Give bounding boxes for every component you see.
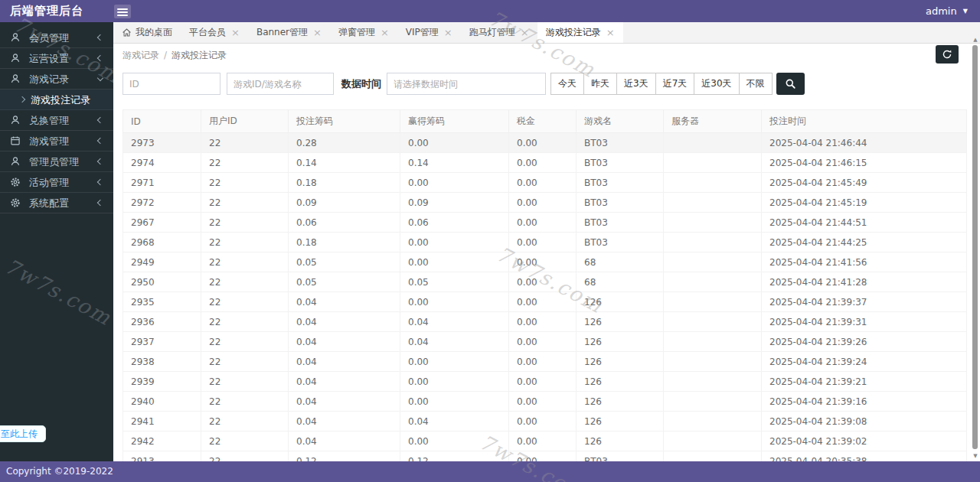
user-icon: [9, 155, 21, 168]
table-cell: 126: [577, 332, 664, 352]
refresh-button[interactable]: [936, 45, 959, 64]
table-cell: 0.00: [400, 392, 509, 412]
sidebar-item-6[interactable]: 活动管理: [0, 172, 113, 193]
table-cell: 0.00: [400, 372, 509, 392]
table-row[interactable]: 2942220.040.000.001262025-04-04 21:39:02: [123, 432, 967, 451]
tab-2[interactable]: Banner管理×: [248, 22, 330, 43]
bet-records-table: ID用户ID投注筹码赢得筹码税金游戏名服务器投注时间2973220.280.00…: [122, 109, 967, 461]
footer: Copyright ©2019-2022: [0, 461, 980, 482]
game-filter-input[interactable]: [227, 73, 334, 95]
scrollbar-thumb[interactable]: [972, 45, 978, 449]
scroll-up-icon[interactable]: ▲: [972, 37, 979, 43]
table-cell: 22: [201, 432, 289, 451]
table-cell: 68: [577, 272, 664, 292]
table-cell: 0.28: [289, 133, 400, 153]
caret-down-icon: ▼: [963, 8, 968, 15]
table-row[interactable]: 2913220.120.120.00BT032025-04-04 20:35:3…: [123, 451, 967, 462]
chevron-left-icon: [97, 34, 103, 41]
table-cell: 0.04: [400, 312, 509, 332]
table-cell: 126: [577, 352, 664, 372]
user-menu[interactable]: admin ▼: [926, 0, 968, 22]
user-icon: [9, 31, 21, 44]
sidebar-item-2[interactable]: 游戏记录: [0, 69, 113, 90]
sidebar-item-3[interactable]: 兑换管理: [0, 110, 113, 131]
tab-0[interactable]: 我的桌面: [113, 22, 181, 43]
sidebar-item-7[interactable]: 系统配置: [0, 193, 113, 213]
table-cell: [664, 233, 762, 252]
table-cell: 0.00: [509, 193, 577, 213]
table-row[interactable]: 2974220.140.140.00BT032025-04-04 21:46:1…: [123, 153, 967, 173]
table-cell: 22: [201, 173, 289, 193]
close-icon[interactable]: ×: [313, 28, 322, 37]
table-cell: 0.06: [400, 213, 509, 233]
tab-label: 平台会员: [189, 26, 226, 39]
table-row[interactable]: 2973220.280.000.00BT032025-04-04 21:46:4…: [123, 133, 967, 153]
sidebar-item-label: 游戏记录: [29, 69, 98, 90]
upload-drop-button[interactable]: 至此上传: [0, 425, 46, 442]
range-button-1[interactable]: 昨天: [583, 73, 617, 95]
close-icon[interactable]: ×: [231, 28, 240, 37]
table-row[interactable]: 2940220.040.000.001262025-04-04 21:39:16: [123, 392, 967, 412]
table-cell: 2025-04-04 21:39:24: [762, 352, 967, 372]
tab-3[interactable]: 弹窗管理×: [330, 22, 397, 43]
table-cell: 2949: [123, 252, 201, 272]
tab-1[interactable]: 平台会员×: [181, 22, 248, 43]
table-row[interactable]: 2936220.040.040.001262025-04-04 21:39:31: [123, 312, 967, 332]
table-row[interactable]: 2949220.050.000.00682025-04-04 21:41:56: [123, 252, 967, 272]
sidebar-subitem-2-0[interactable]: 游戏投注记录: [0, 90, 113, 110]
table-cell: [664, 213, 762, 233]
table-row[interactable]: 2937220.040.040.001262025-04-04 21:39:26: [123, 332, 967, 352]
table-row[interactable]: 2968220.180.000.00BT032025-04-04 21:44:2…: [123, 233, 967, 252]
range-button-0[interactable]: 今天: [550, 73, 584, 95]
table-row[interactable]: 2971220.180.000.00BT032025-04-04 21:45:4…: [123, 173, 967, 193]
table-row[interactable]: 2938220.040.000.001262025-04-04 21:39:24: [123, 352, 967, 372]
close-icon[interactable]: ×: [381, 28, 389, 37]
table-cell: 0.00: [509, 272, 577, 292]
table-cell: [664, 352, 762, 372]
range-button-3[interactable]: 近7天: [655, 73, 695, 95]
id-filter-input[interactable]: [122, 73, 220, 95]
table-cell: 0.00: [400, 292, 509, 312]
table-row[interactable]: 2972220.090.090.00BT032025-04-04 21:45:1…: [123, 193, 967, 213]
close-icon[interactable]: ×: [606, 28, 615, 37]
range-button-4[interactable]: 近30天: [694, 73, 739, 95]
range-button-2[interactable]: 近3天: [616, 73, 656, 95]
table-cell: 22: [201, 153, 289, 173]
tab-4[interactable]: VIP管理×: [397, 22, 461, 43]
table-cell: 2025-04-04 21:39:16: [762, 392, 967, 412]
table-cell: 22: [201, 312, 289, 332]
close-icon[interactable]: ×: [444, 28, 452, 37]
tab-6[interactable]: 游戏投注记录×: [537, 22, 623, 43]
table-row[interactable]: 2967220.060.060.00BT032025-04-04 21:44:5…: [123, 213, 967, 233]
sidebar-toggle-button[interactable]: [114, 5, 131, 18]
table-row[interactable]: 2939220.040.000.001262025-04-04 21:39:21: [123, 372, 967, 392]
table-cell: 22: [201, 352, 289, 372]
vertical-scrollbar[interactable]: ▲ ▼: [972, 37, 979, 459]
sidebar-item-5[interactable]: 管理员管理: [0, 151, 113, 172]
table-cell: 2025-04-04 21:39:37: [762, 292, 967, 312]
table-cell: 2025-04-04 21:46:44: [762, 133, 967, 153]
date-filter-input[interactable]: [387, 73, 546, 95]
table-row[interactable]: 2941220.040.040.001262025-04-04 21:39:08: [123, 412, 967, 432]
records-table-wrap: ID用户ID投注筹码赢得筹码税金游戏名服务器投注时间2973220.280.00…: [122, 109, 966, 461]
search-button[interactable]: [776, 73, 805, 95]
table-cell: 0.04: [289, 432, 400, 451]
table-cell: 0.00: [509, 133, 577, 153]
scroll-down-icon[interactable]: ▼: [972, 453, 979, 459]
table-cell: 126: [577, 372, 664, 392]
sidebar-item-0[interactable]: 会员管理: [0, 28, 113, 48]
table-cell: [664, 272, 762, 292]
table-row[interactable]: 2935220.040.000.001262025-04-04 21:39:37: [123, 292, 967, 312]
table-cell: [664, 133, 762, 153]
close-icon[interactable]: ×: [521, 28, 529, 37]
tab-5[interactable]: 跑马灯管理×: [461, 22, 537, 43]
table-cell: 2025-04-04 21:39:31: [762, 312, 967, 332]
sidebar-item-4[interactable]: 游戏管理: [0, 131, 113, 151]
table-row[interactable]: 2950220.050.050.00682025-04-04 21:41:28: [123, 272, 967, 292]
table-cell: 0.04: [289, 352, 400, 372]
breadcrumb-section[interactable]: 游戏记录: [122, 50, 159, 60]
sidebar-item-1[interactable]: 运营设置: [0, 48, 113, 69]
range-button-5[interactable]: 不限: [739, 73, 773, 95]
gear-icon: [9, 176, 21, 188]
table-cell: 0.00: [509, 332, 577, 352]
